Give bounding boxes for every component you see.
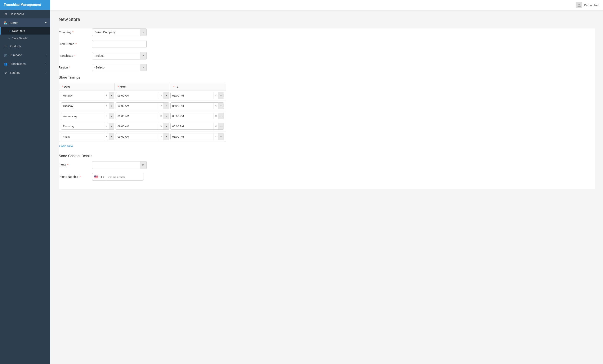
- from-clear-3[interactable]: ✕: [159, 123, 163, 129]
- sidebar-label-settings: Settings: [10, 71, 20, 74]
- form-section: Company * Demo Company ▾ Store Name * Fr…: [59, 28, 595, 189]
- to-select-wrapper-2: 05:00 PM ✕ ▾: [170, 113, 224, 119]
- day-arrow-0[interactable]: ▾: [109, 92, 114, 99]
- flag-icon: 🇺🇸: [94, 175, 98, 179]
- day-arrow-4[interactable]: ▾: [109, 133, 114, 140]
- franchisee-select[interactable]: -Select-: [92, 52, 147, 59]
- table-row: MondayTuesdayWednesdayThursdayFridaySatu…: [59, 101, 226, 111]
- gear-icon: ⚙: [4, 71, 8, 75]
- avatar: [576, 2, 582, 8]
- country-code: +1: [99, 175, 102, 178]
- timings-header: *Days *From *To: [59, 83, 226, 91]
- company-row: Company * Demo Company ▾: [59, 28, 595, 36]
- to-arrow-3[interactable]: ▾: [218, 123, 224, 129]
- from-select-wrapper-3: 09:00 AM ✕ ▾: [116, 123, 169, 130]
- day-clear-4[interactable]: ✕: [104, 133, 109, 140]
- required-star: *: [72, 31, 73, 34]
- to-clear-4[interactable]: ✕: [214, 133, 218, 140]
- phone-input[interactable]: [106, 173, 143, 181]
- to-arrow-2[interactable]: ▾: [218, 113, 224, 119]
- to-select-wrapper-4: 05:00 PM ✕ ▾: [170, 133, 224, 140]
- to-select-0[interactable]: 05:00 PM: [171, 92, 214, 99]
- sidebar: Franchise Management ⊞ Dashboard 🏪 Store…: [0, 0, 50, 364]
- user-name: Demo User: [584, 4, 599, 7]
- day-cell-0: MondayTuesdayWednesdayThursdayFridaySatu…: [61, 92, 114, 99]
- day-select-0[interactable]: MondayTuesdayWednesdayThursdayFridaySatu…: [61, 92, 104, 99]
- sidebar-label-products: Products: [10, 45, 21, 48]
- sidebar-item-settings[interactable]: ⚙ Settings ›: [0, 68, 50, 77]
- add-new-button[interactable]: + Add New: [59, 144, 73, 148]
- chevron-right-icon2: ›: [46, 62, 46, 65]
- to-select-4[interactable]: 05:00 PM: [171, 133, 214, 140]
- from-arrow-0[interactable]: ▾: [163, 92, 169, 99]
- from-clear-2[interactable]: ✕: [159, 113, 163, 119]
- to-arrow-4[interactable]: ▾: [218, 133, 224, 140]
- from-clear-1[interactable]: ✕: [159, 103, 163, 109]
- franchisee-select-wrapper: -Select- ▾: [92, 52, 147, 59]
- sidebar-subitem-new-store[interactable]: + New Store: [0, 27, 50, 35]
- day-clear-3[interactable]: ✕: [104, 123, 109, 129]
- from-clear-0[interactable]: ✕: [159, 92, 163, 99]
- from-select-3[interactable]: 09:00 AM: [116, 123, 159, 129]
- sidebar-item-stores[interactable]: 🏪 Stores ▾: [0, 18, 50, 27]
- from-select-0[interactable]: 09:00 AM: [116, 92, 159, 99]
- app-title: Franchise Management: [0, 0, 50, 10]
- store-name-input[interactable]: [92, 40, 147, 48]
- from-cell-3: 09:00 AM ✕ ▾: [116, 123, 169, 130]
- cart-icon: 🛒: [4, 53, 8, 57]
- day-arrow-3[interactable]: ▾: [109, 123, 114, 129]
- from-select-wrapper-2: 09:00 AM ✕ ▾: [116, 113, 169, 119]
- page-content: New Store Company * Demo Company ▾ Store…: [50, 11, 603, 364]
- day-select-3[interactable]: MondayTuesdayWednesdayThursdayFridaySatu…: [61, 123, 104, 129]
- from-select-2[interactable]: 09:00 AM: [116, 113, 159, 119]
- day-select-2[interactable]: MondayTuesdayWednesdayThursdayFridaySatu…: [61, 113, 104, 119]
- from-select-1[interactable]: 09:00 AM: [116, 103, 159, 109]
- from-arrow-4[interactable]: ▾: [163, 133, 169, 140]
- day-arrow-2[interactable]: ▾: [109, 113, 114, 119]
- from-arrow-2[interactable]: ▾: [163, 113, 169, 119]
- to-select-wrapper-1: 05:00 PM ✕ ▾: [170, 102, 224, 109]
- day-arrow-1[interactable]: ▾: [109, 103, 114, 109]
- day-clear-0[interactable]: ✕: [104, 92, 109, 99]
- to-select-2[interactable]: 05:00 PM: [171, 113, 214, 119]
- from-arrow-3[interactable]: ▾: [163, 123, 169, 129]
- main-content: Demo User New Store Company * Demo Compa…: [50, 0, 603, 364]
- from-arrow-1[interactable]: ▾: [163, 103, 169, 109]
- store-timings-title: Store Timings: [59, 75, 595, 80]
- from-select-4[interactable]: 09:00 AM: [116, 133, 159, 140]
- chevron-down-icon: ▾: [45, 21, 46, 24]
- sidebar-item-franchisees[interactable]: 👥 Franchisees ›: [0, 59, 50, 68]
- to-select-3[interactable]: 05:00 PM: [171, 123, 214, 129]
- day-select-1[interactable]: MondayTuesdayWednesdayThursdayFridaySatu…: [61, 103, 104, 109]
- day-clear-1[interactable]: ✕: [104, 103, 109, 109]
- day-clear-2[interactable]: ✕: [104, 113, 109, 119]
- to-select-1[interactable]: 05:00 PM: [171, 103, 214, 109]
- to-clear-0[interactable]: ✕: [214, 92, 218, 99]
- from-clear-4[interactable]: ✕: [159, 133, 163, 140]
- to-clear-1[interactable]: ✕: [214, 103, 218, 109]
- sidebar-item-products[interactable]: 🏷 Products: [0, 42, 50, 51]
- day-select-wrapper-1: MondayTuesdayWednesdayThursdayFridaySatu…: [61, 102, 114, 109]
- to-clear-2[interactable]: ✕: [214, 113, 218, 119]
- day-select-wrapper-2: MondayTuesdayWednesdayThursdayFridaySatu…: [61, 113, 114, 119]
- sidebar-label-purchase: Purchase: [10, 53, 22, 57]
- table-row: MondayTuesdayWednesdayThursdayFridaySatu…: [59, 121, 226, 131]
- day-select-4[interactable]: MondayTuesdayWednesdayThursdayFridaySatu…: [61, 133, 104, 140]
- phone-label: Phone Number *: [59, 175, 92, 178]
- sidebar-subitem-store-details[interactable]: ≡ Store Details: [0, 35, 50, 42]
- franchisee-row: Franchisee * -Select- ▾: [59, 52, 595, 59]
- sidebar-label-dashboard: Dashboard: [10, 12, 24, 16]
- email-input[interactable]: [92, 161, 147, 169]
- header-days: *Days: [59, 83, 115, 90]
- user-info: Demo User: [576, 2, 599, 8]
- region-select[interactable]: -Select-: [92, 64, 147, 71]
- sidebar-item-dashboard[interactable]: ⊞ Dashboard: [0, 10, 50, 18]
- company-select[interactable]: Demo Company: [92, 28, 147, 36]
- sidebar-item-purchase[interactable]: 🛒 Purchase ›: [0, 51, 50, 59]
- to-arrow-0[interactable]: ▾: [218, 92, 224, 99]
- phone-input-wrapper: 🇺🇸 +1 ▾: [92, 173, 143, 181]
- to-clear-3[interactable]: ✕: [214, 123, 218, 129]
- to-arrow-1[interactable]: ▾: [218, 103, 224, 109]
- phone-country-selector[interactable]: 🇺🇸 +1 ▾: [92, 173, 106, 181]
- table-row: MondayTuesdayWednesdayThursdayFridaySatu…: [59, 91, 226, 101]
